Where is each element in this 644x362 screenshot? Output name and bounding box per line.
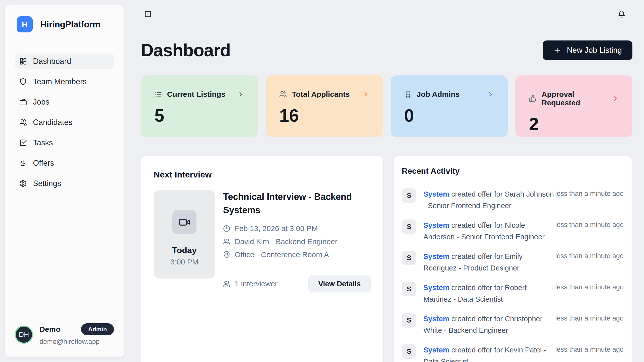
users-icon [19,119,27,126]
stat-value: 16 [279,106,369,126]
activity-avatar: S [402,251,416,265]
interview-location: Office - Conference Room A [235,250,329,259]
sidebar: H HiringPlatform Dashboard Team Members … [5,5,124,357]
stat-label: Approval Requested [542,90,607,107]
video-camera-icon [179,216,190,228]
notifications-button[interactable] [618,10,625,18]
activity-avatar: S [402,219,416,234]
activity-timestamp: less than a minute ago [555,282,624,291]
avatar: DH [15,326,33,344]
stat-label: Job Admins [417,90,460,99]
user-profile[interactable]: DH Demo Admin demo@hireflow.app [5,323,124,357]
chevron-right-icon [612,95,619,102]
activity-avatar: S [402,188,416,203]
stat-value: 5 [154,106,244,126]
user-name: Demo [39,325,60,334]
interview-time: 3:00 PM [170,258,198,266]
page-title: Dashboard [141,40,231,60]
activity-timestamp: less than a minute ago [555,219,624,229]
chevron-right-icon [237,91,244,98]
activity-timestamp: less than a minute ago [555,251,624,260]
plus-icon [553,46,561,54]
activity-actor-link[interactable]: System [423,190,449,198]
interviewer-count: 1 interviewer [235,280,277,288]
app-name: HiringPlatform [40,19,100,29]
thumbs-up-icon [529,95,537,102]
sidebar-item-label: Tasks [33,138,53,147]
stat-card-approval-requested[interactable]: Approval Requested 2 [515,75,632,137]
sidebar-item-jobs[interactable]: Jobs [15,94,114,110]
video-tile [172,210,196,234]
interview-day: Today [172,245,197,255]
sidebar-item-label: Jobs [33,98,49,107]
sidebar-item-offers[interactable]: Offers [15,155,114,171]
gear-icon [19,180,27,187]
activity-item: S System created offer for Nicole Anders… [402,219,624,243]
recent-activity-card: Recent Activity S System created offer f… [393,156,632,362]
stats-row: Current Listings 5 Total Applicants [141,75,632,137]
award-icon [404,90,412,98]
next-interview-card: Next Interview Today 3:00 PM Technical I… [141,156,383,362]
activity-actor-link[interactable]: System [423,284,449,292]
activity-avatar: S [402,282,416,296]
interview-candidate: David Kim - Backend Engineer [235,237,338,246]
activity-item: S System created offer for Sarah Johnson… [402,188,624,211]
users-icon [279,90,287,98]
recent-activity-title: Recent Activity [402,166,624,176]
interview-datetime: Feb 13, 2026 at 3:00 PM [235,224,318,233]
users-icon [223,238,230,245]
view-details-button[interactable]: View Details [308,276,371,292]
sidebar-item-dashboard[interactable]: Dashboard [15,54,114,69]
activity-item: S System created offer for Christopher W… [402,313,624,336]
sidebar-item-settings[interactable]: Settings [15,176,114,191]
briefcase-icon [19,98,27,106]
activity-timestamp: less than a minute ago [555,344,624,353]
sidebar-item-tasks[interactable]: Tasks [15,135,114,151]
sidebar-nav: Dashboard Team Members Jobs Candidates T… [5,54,124,196]
stat-card-job-admins[interactable]: Job Admins 0 [391,75,508,137]
stat-card-total-applicants[interactable]: Total Applicants 16 [266,75,383,137]
shield-icon [19,78,27,85]
activity-actor-link[interactable]: System [423,252,449,260]
sidebar-item-label: Candidates [33,118,72,127]
stat-value: 0 [404,106,494,126]
sidebar-toggle-button[interactable] [144,11,151,18]
content-area: Dashboard New Job Listing Current Listin… [124,0,644,362]
sidebar-item-label: Team Members [33,77,87,86]
dashboard-icon [19,58,27,65]
chevron-right-icon [362,91,369,98]
role-badge: Admin [81,323,114,335]
activity-actor-link[interactable]: System [423,315,449,323]
check-square-icon [19,139,27,147]
interview-title: Technical Interview - Backend Systems [223,190,369,217]
sidebar-item-label: Offers [33,159,54,168]
sidebar-item-candidates[interactable]: Candidates [15,115,114,130]
interview-date-panel: Today 3:00 PM [154,190,215,279]
activity-actor-link[interactable]: System [423,346,449,354]
stat-card-current-listings[interactable]: Current Listings 5 [141,75,258,137]
activity-item: S System created offer for Emily Rodrigu… [402,251,624,274]
clock-icon [223,225,230,232]
activity-timestamp: less than a minute ago [555,313,624,322]
map-pin-icon [223,251,230,258]
new-job-listing-button[interactable]: New Job Listing [543,40,632,60]
activity-item: S System created offer for Robert Martin… [402,282,624,305]
sidebar-item-label: Dashboard [33,57,71,66]
activity-item: S System created offer for Kevin Patel -… [402,344,624,362]
stat-value: 2 [529,114,619,134]
bell-icon [618,10,625,18]
stat-label: Current Listings [167,90,225,99]
chevron-right-icon [487,91,494,98]
stat-label: Total Applicants [292,90,350,99]
dollar-icon [19,159,27,167]
sidebar-item-team-members[interactable]: Team Members [15,74,114,89]
activity-actor-link[interactable]: System [423,221,449,229]
sidebar-item-label: Settings [33,179,61,188]
activity-list: S System created offer for Sarah Johnson… [402,188,624,362]
app-logo[interactable]: H HiringPlatform [5,5,124,32]
user-email: demo@hireflow.app [39,338,114,346]
topbar [124,0,644,28]
app-logo-icon: H [17,16,33,32]
panel-left-icon [144,11,151,18]
list-icon [154,90,162,98]
